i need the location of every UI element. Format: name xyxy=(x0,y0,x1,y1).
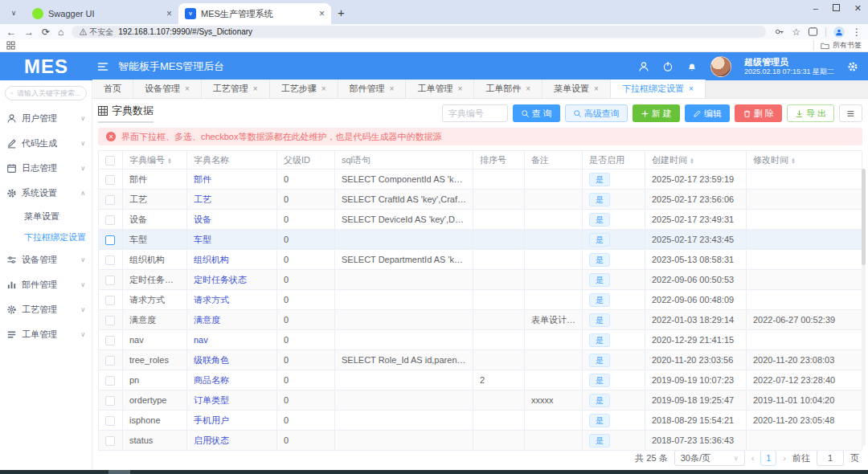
dict-name-link[interactable]: 订单类型 xyxy=(194,395,229,405)
table-row[interactable]: tree_roles级联角色0SELECT Role_Id AS id,pare… xyxy=(99,350,862,370)
export-button[interactable]: 导 出 xyxy=(787,104,834,122)
window-close-button[interactable]: ✕ xyxy=(854,3,862,14)
close-tab-icon[interactable]: × xyxy=(594,84,599,93)
page-tab-部件管理[interactable]: 部件管理× xyxy=(338,80,407,98)
page-tab-工单部件[interactable]: 工单部件× xyxy=(474,80,542,98)
table-row[interactable]: 组织机构组织机构0SELECT DepartmentId AS 'key',De… xyxy=(99,250,862,270)
dict-name-link[interactable]: nav xyxy=(194,335,208,345)
select-all-checkbox[interactable] xyxy=(105,156,115,165)
close-tab-icon[interactable]: × xyxy=(457,84,462,93)
forward-icon[interactable]: → xyxy=(24,27,34,37)
sidebar-search-input[interactable] xyxy=(17,89,81,97)
page-tab-首页[interactable]: 首页 xyxy=(92,80,133,98)
row-checkbox[interactable] xyxy=(105,296,115,305)
enabled-badge[interactable]: 是 xyxy=(589,193,610,206)
sidebar-search[interactable] xyxy=(5,86,87,100)
browser-tab-mes[interactable]: V MES生产管理系统 × xyxy=(178,3,331,24)
sidebar-item-部件管理[interactable]: 部件管理 ∨ xyxy=(0,272,92,297)
sidebar-item-日志管理[interactable]: 日志管理 ∨ xyxy=(0,156,92,181)
next-page-button[interactable]: › xyxy=(783,453,786,463)
lock-screen-icon[interactable] xyxy=(662,61,674,72)
close-tab-icon[interactable]: × xyxy=(390,84,395,93)
query-button[interactable]: 查 询 xyxy=(513,104,560,122)
table-row[interactable]: 请求方式请求方式0是2022-09-06 00:48:09 xyxy=(99,290,862,310)
side-panel-icon[interactable] xyxy=(808,27,818,37)
row-checkbox[interactable] xyxy=(105,276,115,285)
enabled-badge[interactable]: 是 xyxy=(589,374,610,387)
close-tab-icon[interactable]: × xyxy=(321,84,326,93)
browser-tab-swagger[interactable]: Swagger UI × xyxy=(26,3,178,24)
close-tab-icon[interactable]: × xyxy=(319,8,325,19)
dict-name-link[interactable]: 组织机构 xyxy=(194,255,229,264)
tab-search-button[interactable]: ∨ xyxy=(6,6,21,20)
user-icon[interactable] xyxy=(638,61,649,72)
close-tab-icon[interactable]: × xyxy=(166,8,172,19)
dict-name-link[interactable]: 车型 xyxy=(194,235,211,244)
back-icon[interactable]: ← xyxy=(6,27,16,37)
dict-name-link[interactable]: 请求方式 xyxy=(194,295,229,304)
apps-grid-icon[interactable] xyxy=(6,41,15,50)
window-minimize-button[interactable]: – xyxy=(813,3,818,14)
row-checkbox[interactable] xyxy=(105,336,115,345)
page-tab-菜单设置[interactable]: 菜单设置× xyxy=(542,80,611,98)
row-checkbox[interactable] xyxy=(105,195,115,205)
enabled-badge[interactable]: 是 xyxy=(589,233,610,247)
table-row[interactable]: navnav0是2020-12-29 21:41:15 xyxy=(99,330,862,350)
reload-icon[interactable]: ⟳ xyxy=(42,27,50,37)
enabled-badge[interactable]: 是 xyxy=(589,313,610,327)
close-tab-icon[interactable]: × xyxy=(526,84,530,93)
enabled-badge[interactable]: 是 xyxy=(589,394,610,407)
close-tab-icon[interactable]: × xyxy=(689,84,694,93)
row-checkbox[interactable] xyxy=(105,316,115,325)
column-header-创建时间[interactable]: 创建时间▲▼ xyxy=(645,151,747,170)
enabled-badge[interactable]: 是 xyxy=(589,253,610,267)
url-bar[interactable]: 不安全 192.168.1.107:9990/#/Sys_Dictionary xyxy=(72,26,766,38)
row-checkbox[interactable] xyxy=(105,416,115,426)
dict-name-link[interactable]: 商品名称 xyxy=(194,375,229,385)
create-button[interactable]: 新 建 xyxy=(633,104,680,122)
enabled-badge[interactable]: 是 xyxy=(589,293,610,307)
close-tab-icon[interactable]: × xyxy=(185,84,190,93)
page-tab-工艺步骤[interactable]: 工艺步骤× xyxy=(270,80,338,98)
row-checkbox[interactable] xyxy=(105,376,115,386)
dict-name-link[interactable]: 手机用户 xyxy=(194,415,229,425)
page-tab-工单管理[interactable]: 工单管理× xyxy=(406,80,474,98)
sidebar-item-工单管理[interactable]: 工单管理 ∨ xyxy=(0,322,92,347)
sort-icons[interactable]: ▲▼ xyxy=(791,157,796,164)
enabled-badge[interactable]: 是 xyxy=(589,434,610,447)
dict-name-link[interactable]: 工艺 xyxy=(194,194,211,204)
window-maximize-button[interactable] xyxy=(833,3,840,14)
sidebar-item-代码生成[interactable]: 代码生成 ∨ xyxy=(0,131,92,156)
settings-gear-icon[interactable] xyxy=(847,61,858,72)
table-row[interactable]: 工艺工艺0SELECT CraftId AS 'key',CraftId AS … xyxy=(99,190,862,210)
prev-page-button[interactable]: ‹ xyxy=(751,453,755,463)
sidebar-item-设备管理[interactable]: 设备管理 ∨ xyxy=(0,247,92,272)
enabled-badge[interactable]: 是 xyxy=(589,414,610,427)
row-checkbox[interactable] xyxy=(105,436,115,446)
table-row[interactable]: 车型车型0是2025-02-17 23:43:45 xyxy=(99,230,862,250)
dict-name-link[interactable]: 启用状态 xyxy=(194,435,229,445)
dict-name-link[interactable]: 级联角色 xyxy=(194,355,229,365)
sidebar-item-系统设置[interactable]: 系统设置 ∧ xyxy=(0,181,92,206)
page-tab-工艺管理[interactable]: 工艺管理× xyxy=(202,80,270,98)
horizontal-scrollbar[interactable] xyxy=(0,470,868,474)
new-tab-button[interactable]: + xyxy=(338,6,345,19)
page-tab-下拉框绑定设置[interactable]: 下拉框绑定设置× xyxy=(611,80,706,98)
table-row[interactable]: status启用状态0是2018-07-23 15:36:43 xyxy=(99,431,862,451)
goto-page-input[interactable] xyxy=(817,450,844,466)
notifications-bell-icon[interactable] xyxy=(686,61,698,72)
enabled-badge[interactable]: 是 xyxy=(589,353,610,367)
column-header-字典编号[interactable]: 字典编号▲▼ xyxy=(123,151,187,170)
row-checkbox[interactable] xyxy=(105,215,115,225)
sidebar-subitem-下拉框绑定设置[interactable]: 下拉框绑定设置 xyxy=(0,227,92,247)
delete-button[interactable]: 删 除 xyxy=(735,104,782,122)
table-row[interactable]: isphone手机用户0是2018-08-29 15:54:212020-11-… xyxy=(99,411,862,431)
close-tab-icon[interactable]: × xyxy=(253,84,258,93)
sidebar-subitem-菜单设置[interactable]: 菜单设置 xyxy=(0,206,92,227)
table-row[interactable]: 定时任务状态定时任务状态0是2022-09-06 00:50:53 xyxy=(99,270,862,290)
page-tab-设备管理[interactable]: 设备管理× xyxy=(133,80,202,98)
advanced-query-button[interactable]: 高级查询 xyxy=(565,104,628,122)
edit-button[interactable]: 编辑 xyxy=(685,104,730,122)
enabled-badge[interactable]: 是 xyxy=(589,273,610,287)
user-avatar[interactable] xyxy=(710,56,731,77)
